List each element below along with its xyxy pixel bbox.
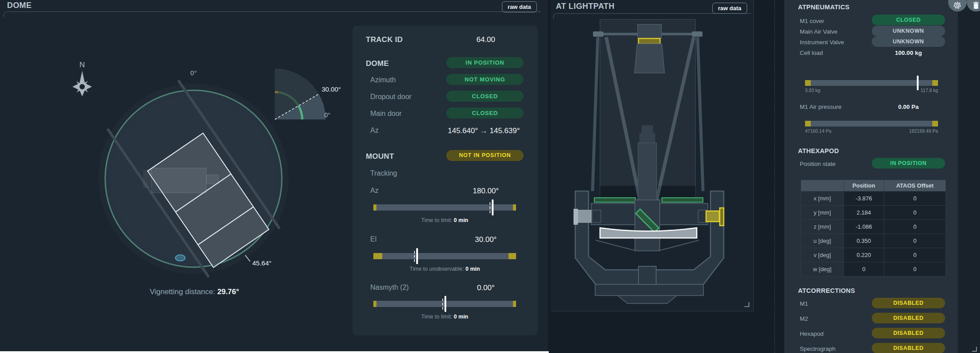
mount-el-label: El (370, 235, 376, 243)
tracking-label: Tracking (370, 169, 397, 177)
correction-m1-label: M1 (800, 300, 808, 307)
main-door-status-badge: CLOSED (446, 107, 524, 119)
main-door-row-label: Main door (370, 110, 402, 118)
nasmyth-label: Nasmyth (2) (370, 284, 409, 292)
table-row: y [mm] 2.184 0 (801, 206, 946, 220)
hexapod-row-u-position: 0.350 (844, 234, 884, 248)
dome-az-value-label: 45.64° (252, 259, 272, 267)
mount-center-tab (638, 266, 656, 284)
elevation-zero-label: 0° (324, 111, 330, 119)
table-row: z [mm] -1.086 0 (801, 220, 946, 234)
air-pressure-max: 182159.49 Pa (805, 128, 938, 134)
m2-baffle-trapezoid (634, 44, 665, 73)
lightpath-resize-handle[interactable] (744, 302, 749, 307)
m2-housing (638, 24, 661, 38)
mount-az-slider[interactable] (373, 204, 516, 211)
hexapod-row-z-offset: 0 (884, 220, 946, 234)
air-pressure-slider[interactable] (805, 121, 938, 127)
m1-cover-status-badge: CLOSED (872, 15, 945, 25)
az-time-to-limit: Time to limit: 0 min (373, 217, 516, 223)
compass-rose-icon: N (72, 61, 92, 96)
correction-m1-badge: DISABLED (872, 298, 945, 308)
elevation-gauge-limit-arc (275, 92, 278, 92)
cell-load-label: Cell load (800, 50, 823, 56)
dropout-door-row-label: Dropout door (370, 93, 411, 101)
az-limit-cap-left (373, 204, 376, 211)
correction-hexapod-label: Hexapod (800, 330, 824, 337)
nasmyth-position-marker[interactable] (444, 296, 446, 312)
central-baffle-top (642, 125, 653, 133)
instrument-valve-status-badge: UNKNOWN (872, 36, 945, 47)
hexapod-row-x-offset: 0 (884, 192, 946, 206)
dome-az-transition: 145.640° → 145.639° (440, 127, 528, 135)
correction-m2-label: M2 (800, 315, 808, 322)
instrument-valve-label: Instrument Valve (800, 39, 844, 46)
az-position-marker[interactable] (492, 200, 494, 215)
vignetting-value: 29.76° (217, 288, 239, 296)
nasmyth-limit-cap-right (513, 301, 516, 307)
vignetting-label: Vignetting distance: (150, 288, 215, 296)
hexapod-col-blank (801, 180, 844, 192)
dome-raw-data-button[interactable]: raw data (502, 1, 537, 12)
right-panel-resize-handle[interactable] (972, 347, 977, 352)
telescope-dashboard: DOME raw data 0° (0, 0, 980, 353)
m2-mirror-highlighted (638, 38, 660, 44)
cell-load-cap-right (932, 80, 938, 86)
el-demand-dash (414, 251, 415, 262)
m1-cover-petal-right (662, 198, 703, 202)
elevation-limit-label: 30.00° (322, 85, 341, 93)
table-row: w [deg] 0 0 (801, 262, 946, 276)
hexapod-row-z-label: z [mm] (801, 220, 844, 234)
cell-load-value: 100.00 kg (872, 50, 945, 56)
main-air-valve-label: Main Air Valve (800, 28, 837, 35)
nasmyth-limit-cap-left (373, 301, 376, 307)
hexapod-row-v-position: 0.220 (844, 248, 884, 262)
panel-divider[interactable] (775, 0, 775, 353)
mount-el-value: 30.00° (445, 235, 527, 244)
right-status-panel: ATPNEUMATICS M1 cover CLOSED Main Air Va… (784, 0, 958, 353)
deck-box-left (592, 210, 601, 223)
el-position-marker[interactable] (416, 248, 418, 264)
hexapod-row-z-position: -1.086 (844, 220, 884, 234)
dome-panel: DOME raw data 0° (0, 0, 548, 353)
central-baffle-body (638, 143, 657, 203)
position-state-label: Position state (800, 161, 836, 167)
track-id-label: TRACK ID (366, 35, 403, 44)
mount-az-label: Az (370, 187, 379, 195)
el-time-to-unobservable: Time to unobservable: 0 min (373, 266, 516, 272)
hexapod-col-offset: ATAOS Offset (884, 180, 946, 192)
nasmyth-slider[interactable] (373, 301, 516, 307)
hexapod-col-position: Position (844, 180, 884, 192)
correction-m2-badge: DISABLED (872, 313, 945, 323)
correction-spectrograph-badge: DISABLED (872, 343, 945, 353)
cell-load-max: 117.8 kg (805, 88, 938, 93)
hexapod-row-y-offset: 0 (884, 206, 946, 220)
window-bottom-edge (0, 351, 549, 353)
position-state-badge: IN POSITION (872, 158, 945, 169)
el-limit-cap-right (509, 253, 516, 259)
hexapod-row-y-position: 2.184 (844, 206, 884, 220)
port-cap-left (574, 209, 578, 225)
side-column-left (593, 37, 598, 191)
nasmyth-time-to-limit: Time to limit: 0 min (373, 314, 516, 320)
lightpath-panel: AT LIGHTPATH raw data (551, 0, 754, 311)
hexapod-table: Position ATAOS Offset x [mm] -3.876 0 y … (801, 180, 946, 276)
hexapod-row-u-label: u [deg] (801, 234, 844, 248)
hexapod-row-w-label: w [deg] (801, 262, 844, 276)
hexapod-row-x-position: -3.876 (844, 192, 884, 206)
table-row: x [mm] -3.876 0 (801, 192, 946, 206)
track-id-value: 64.00 (445, 35, 527, 44)
lightpath-raw-data-button[interactable]: raw data (712, 3, 747, 14)
mount-el-slider[interactable] (373, 253, 516, 259)
dome-header-rule (4, 12, 541, 17)
hexapod-row-u-offset: 0 (884, 234, 946, 248)
dome-status-badge: IN POSITION (446, 57, 524, 68)
port-cap-right-highlighted (720, 208, 724, 226)
lightpath-panel-title: AT LIGHTPATH (556, 2, 615, 11)
dome-north-label: 0° (190, 69, 197, 77)
vignetting-distance: Vignetting distance: 29.76° (113, 288, 276, 296)
correction-hexapod-badge: DISABLED (872, 328, 945, 338)
atpneumatics-title: ATPNEUMATICS (798, 4, 850, 11)
cell-load-slider[interactable] (805, 80, 938, 86)
spider-nub-right (692, 31, 703, 37)
